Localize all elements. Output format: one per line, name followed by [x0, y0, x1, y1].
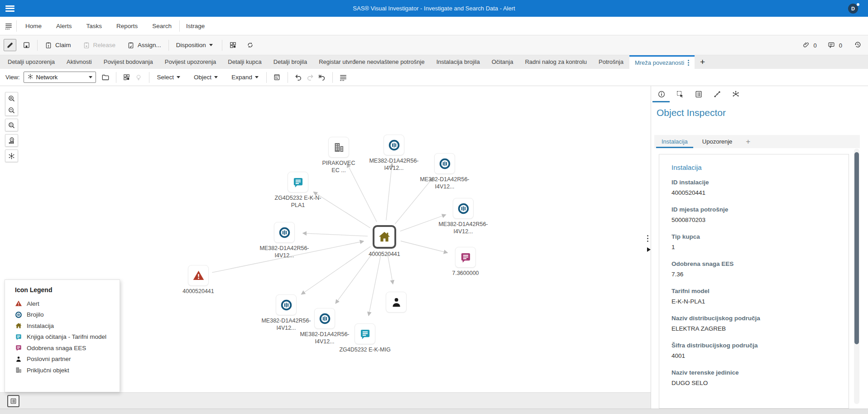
graph-node-alert[interactable] [188, 265, 209, 286]
field-label: Naziv distribucijskog područja [671, 315, 837, 322]
caret-down-icon [89, 76, 92, 78]
alert-icon [15, 300, 22, 307]
view-tab[interactable]: Detalji brojila [268, 55, 313, 69]
undo-button[interactable] [293, 72, 304, 83]
reset-layout-button[interactable] [316, 72, 328, 83]
tab-instalacija[interactable]: Instalacija [654, 135, 695, 148]
legend-item: Knjiga očitanja - Tarifni model [15, 332, 120, 343]
field-value: ELEKTRA ZAGREB [671, 325, 837, 332]
display-settings-button[interactable] [337, 72, 349, 83]
graph-node-meter[interactable] [453, 198, 474, 219]
details-form-icon[interactable] [694, 89, 704, 99]
object-dropdown[interactable]: Object [191, 72, 221, 82]
view-tab[interactable]: Povijest bodovanja [98, 55, 159, 69]
select-objects-icon[interactable] [675, 89, 685, 99]
add-inspector-tab-button[interactable]: + [739, 135, 757, 148]
release-button[interactable]: Release [80, 40, 119, 51]
menu-item-alerts[interactable]: Alerts [53, 23, 75, 29]
field-label: Naziv terenske jedinice [671, 369, 837, 376]
inspector-tabs: Instalacija Upozorenje + [654, 135, 860, 148]
graph-node-meter[interactable] [314, 308, 335, 329]
expand-dropdown[interactable]: Expand [228, 72, 262, 82]
menu-item-search[interactable]: Search [149, 23, 174, 29]
add-to-workspace-button[interactable] [121, 72, 133, 83]
workspace-button[interactable] [227, 39, 240, 51]
assign-button[interactable]: Assign... [125, 40, 164, 51]
view-tab[interactable]: Aktivnosti [61, 55, 98, 69]
graph-node-book_teal[interactable] [288, 172, 308, 193]
view-tab[interactable]: Instalacija brojila [431, 55, 486, 69]
disposition-dropdown[interactable]: Disposition [173, 40, 217, 50]
tab-upozorenje[interactable]: Upozorenje [695, 135, 740, 148]
tab-menu-icon[interactable] [688, 60, 689, 61]
inspector-field: Tarifni modelE-K-N-PLA1 [671, 288, 837, 305]
history-icon[interactable] [854, 41, 862, 50]
view-tab[interactable]: Očitanja [486, 55, 519, 69]
zoom-in-button[interactable] [5, 92, 18, 104]
info-tab-icon[interactable] [657, 89, 667, 99]
link-path-icon[interactable] [712, 89, 722, 99]
house-icon [15, 322, 22, 329]
view-tab[interactable]: Detalji kupca [222, 55, 267, 69]
field-value: DUGO SELO [671, 380, 837, 386]
inspector-title: Object Inspector [657, 107, 726, 118]
network-tools-icon[interactable] [731, 89, 741, 99]
field-value: 1 [671, 244, 837, 250]
object-inspector-panel: Object Inspector Instalacija Upozorenje … [651, 86, 868, 409]
view-tab[interactable]: Detalji upozorenja [2, 55, 61, 69]
redo-button[interactable] [304, 72, 316, 83]
select-dropdown[interactable]: Select [154, 72, 184, 82]
layout-network-button[interactable] [5, 150, 18, 162]
graph-node-meter[interactable] [434, 153, 455, 174]
view-tab[interactable]: Registar utvrđene neovlaštene potrošnje [313, 55, 430, 69]
inspector-scrollbar-thumb[interactable] [854, 152, 859, 344]
inspector-field: Odobrena snaga EES7.36 [671, 260, 837, 278]
zoom-out-button[interactable] [5, 104, 18, 116]
graph-node-meter[interactable] [274, 222, 295, 243]
view-tab[interactable]: Potrošnja [593, 55, 629, 69]
open-folder-button[interactable] [100, 72, 111, 83]
add-view-tab-button[interactable]: + [695, 55, 710, 69]
menu-item-reports[interactable]: Reports [114, 23, 140, 29]
menu-item-tasks[interactable]: Tasks [84, 23, 105, 29]
layout-panel-button[interactable] [271, 72, 283, 83]
view-tab[interactable]: Povijest upozorenja [159, 55, 222, 69]
claim-button[interactable]: Claim [42, 40, 74, 51]
graph-node-book_pink[interactable] [455, 247, 476, 268]
comment-icon[interactable] [828, 41, 835, 50]
caret-down-icon [177, 76, 180, 78]
menu-item-home[interactable]: Home [23, 23, 44, 29]
icon-legend-panel: Icon Legend AlertBrojiloInstalacijaKnjig… [5, 279, 120, 392]
panel-splitter-handle[interactable] [647, 234, 648, 243]
insight-bulb-button[interactable] [133, 72, 144, 83]
zoom-to-fit-button[interactable] [5, 119, 18, 131]
inspector-field: Tip kupca1 [671, 233, 837, 250]
attachment-count: 0 [814, 42, 817, 49]
network-canvas[interactable]: PIRAKOVECEC ...ME382-D1A42R56-I4V12...ME… [0, 86, 651, 409]
pages-list-icon[interactable] [5, 22, 13, 32]
note-button[interactable] [20, 39, 33, 51]
inspector-field: Naziv distribucijskog područjaELEKTRA ZA… [671, 315, 837, 332]
field-label: Tarifni model [671, 288, 837, 294]
graph-node-book_teal[interactable] [355, 323, 375, 344]
collapse-panel-icon[interactable] [647, 247, 651, 252]
edit-mode-button[interactable] [4, 39, 16, 51]
graph-node-meter[interactable] [384, 135, 404, 155]
menu-item-istrage[interactable]: Istrage [183, 23, 207, 29]
field-label: ID instalacije [671, 179, 837, 186]
refresh-button[interactable] [244, 39, 257, 51]
legend-item: Poslovni partner [15, 354, 120, 365]
legend-toggle-button[interactable] [7, 395, 19, 407]
graph-node-house[interactable] [373, 225, 396, 249]
graph-node-person[interactable] [386, 292, 407, 313]
view-tab[interactable]: Radni nalog za kontrolu [519, 55, 593, 69]
view-toolbar: View: Network Select Object Expand [0, 69, 868, 86]
timeline-button[interactable] [5, 135, 18, 146]
legend-item: Alert [15, 298, 120, 309]
attachment-icon[interactable] [802, 41, 810, 50]
network-view-icon [27, 73, 34, 82]
graph-node-meter[interactable] [276, 294, 297, 315]
view-select-dropdown[interactable]: Network [24, 72, 96, 83]
graph-node-building[interactable] [328, 137, 349, 158]
view-tab-active[interactable]: Mreža povezanosti [629, 55, 695, 69]
